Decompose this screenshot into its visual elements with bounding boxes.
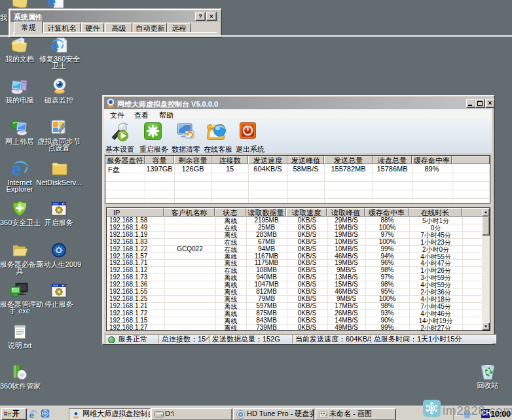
svg-text:e: e <box>48 0 56 9</box>
